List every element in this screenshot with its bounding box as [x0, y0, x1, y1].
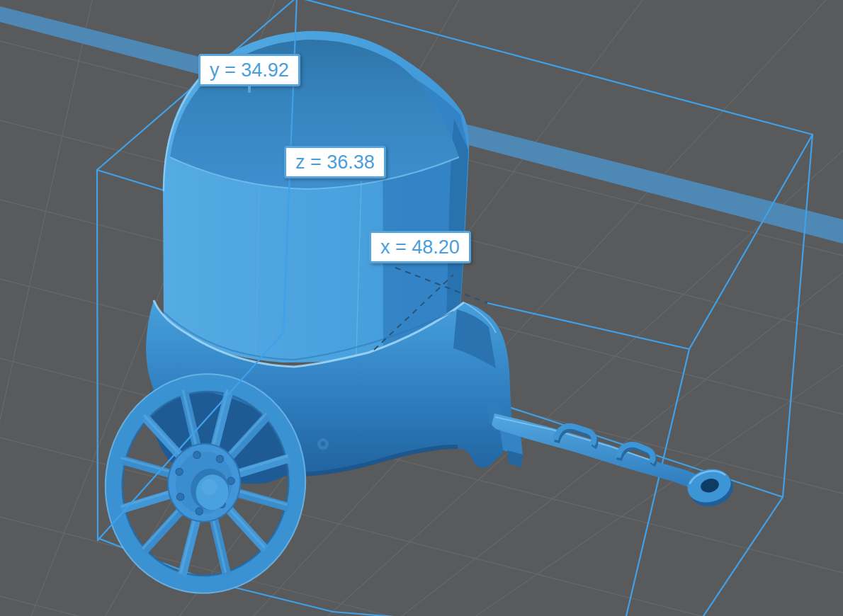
- dimension-label-y-text: y = 34.92: [210, 59, 289, 81]
- dimension-label-y: y = 34.92: [198, 54, 300, 86]
- dimension-label-y-pointer: [248, 86, 251, 93]
- dimension-label-z: z = 36.38: [284, 146, 386, 178]
- dimension-label-x: x = 48.20: [369, 231, 471, 263]
- 3d-viewport[interactable]: y = 34.92 z = 36.38 x = 48.20: [0, 0, 843, 616]
- viewport-canvas[interactable]: [0, 0, 843, 616]
- bbox-edge-vertical-left: [97, 170, 98, 540]
- dimension-label-z-text: z = 36.38: [295, 152, 375, 173]
- dimension-label-x-text: x = 48.20: [380, 236, 460, 258]
